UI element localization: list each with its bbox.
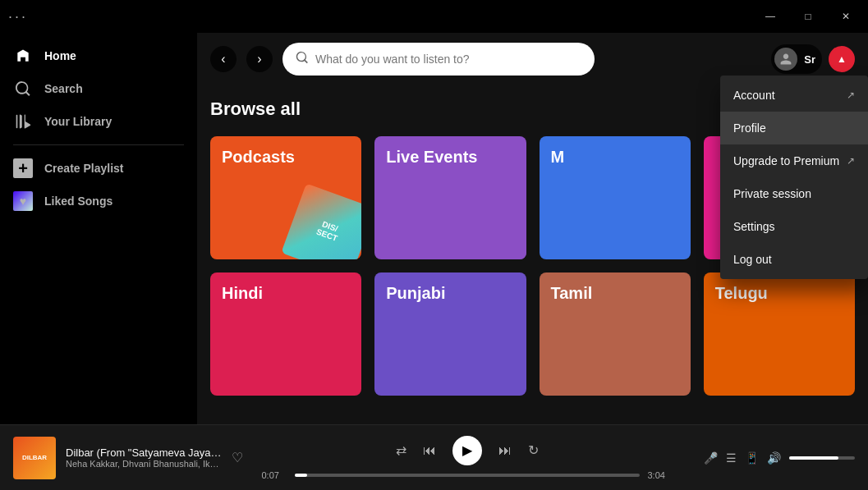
dropdown-item-upgrade[interactable]: Upgrade to Premium ↗	[720, 144, 868, 177]
search-input[interactable]	[315, 53, 581, 66]
liked-songs-icon: ♥	[13, 191, 33, 211]
forward-button[interactable]: ›	[246, 46, 273, 72]
private-session-label: Private session	[733, 187, 811, 200]
dropdown-menu: Account ↗ Profile Upgrade to Premium ↗ P…	[720, 76, 868, 279]
sidebar-item-library[interactable]: Your Library	[0, 105, 197, 138]
top-bar: ‹ › Sr ▲	[197, 33, 868, 85]
category-label-podcasts: Podcasts	[222, 148, 295, 167]
home-icon	[13, 46, 33, 66]
category-label-tamil: Tamil	[551, 284, 593, 303]
extra-controls: 🎤 ☰ 📱 🔊	[691, 451, 855, 465]
next-button[interactable]: ⏭	[498, 443, 512, 458]
category-card-music[interactable]: M	[540, 136, 691, 259]
volume-bar[interactable]	[789, 456, 855, 460]
settings-label: Settings	[733, 220, 775, 233]
chevron-up-button[interactable]: ▲	[829, 46, 855, 72]
category-card-hindi[interactable]: Hindi	[210, 272, 361, 396]
user-button[interactable]: Sr	[771, 44, 822, 74]
dropdown-item-settings[interactable]: Settings	[720, 210, 868, 243]
title-bar: ··· — □ ✕	[0, 0, 868, 33]
play-button[interactable]: ▶	[452, 436, 482, 465]
category-card-podcasts[interactable]: Podcasts DIS/SECT	[210, 136, 361, 259]
back-button[interactable]: ‹	[210, 46, 237, 72]
user-area: Sr ▲ Account ↗ Profile Upgrade to Premiu…	[771, 44, 855, 74]
minimize-button[interactable]: —	[751, 3, 789, 30]
user-name: Sr	[804, 53, 815, 66]
category-label-telugu: Telugu	[715, 284, 768, 303]
sidebar-item-label-create: Create Playlist	[44, 162, 124, 175]
dropdown-item-account[interactable]: Account ↗	[720, 79, 868, 112]
category-label-live: Live Events	[386, 148, 477, 167]
sidebar-item-label-library: Your Library	[44, 115, 112, 128]
total-time: 3:04	[648, 470, 673, 480]
maximize-button[interactable]: □	[789, 3, 827, 30]
dots-menu[interactable]: ···	[8, 0, 28, 33]
logout-label: Log out	[733, 253, 772, 266]
content-area: ‹ › Sr ▲	[197, 33, 868, 424]
sidebar-item-create-playlist[interactable]: + Create Playlist	[0, 152, 197, 185]
player-controls: ⇄ ⏮ ▶ ⏭ ↻ 0:07 3:04	[243, 436, 691, 480]
track-info: Dilbar (From "Satyameva Jayate") Neha Ka…	[66, 446, 222, 469]
upgrade-label: Upgrade to Premium	[733, 154, 839, 167]
category-label-music: M	[551, 148, 565, 167]
progress-row: 0:07 3:04	[262, 470, 673, 480]
sidebar-item-search[interactable]: Search	[0, 72, 197, 105]
repeat-button[interactable]: ↻	[528, 442, 539, 458]
player-bar: DILBAR Dilbar (From "Satyameva Jayate") …	[0, 424, 868, 490]
podcasts-image: DIS/SECT	[282, 183, 362, 259]
track-artist: Neha Kakkar, Dhvani Bhanushali, Ikka, T	[66, 459, 222, 469]
dropdown-item-profile[interactable]: Profile	[720, 112, 868, 144]
dropdown-item-private-session[interactable]: Private session	[720, 177, 868, 210]
now-playing: DILBAR Dilbar (From "Satyameva Jayate") …	[13, 437, 243, 479]
live-events-image	[444, 161, 526, 259]
category-label-punjabi: Punjabi	[386, 284, 445, 303]
category-card-telugu[interactable]: Telugu	[704, 272, 855, 396]
volume-icon-button[interactable]: 🔊	[767, 451, 781, 465]
external-link-icon-upgrade: ↗	[847, 155, 855, 167]
dropdown-item-logout[interactable]: Log out	[720, 243, 868, 276]
progress-fill	[295, 474, 308, 477]
heart-button[interactable]: ♡	[232, 450, 243, 465]
track-name: Dilbar (From "Satyameva Jayate")	[66, 446, 222, 459]
device-button[interactable]: 📱	[745, 451, 759, 465]
category-label-hindi: Hindi	[222, 284, 263, 303]
search-icon	[296, 51, 309, 67]
account-label: Account	[733, 89, 775, 102]
album-art-inner: DILBAR	[13, 437, 56, 479]
sidebar-item-label-search: Search	[44, 82, 83, 95]
search-sidebar-icon	[13, 79, 33, 98]
external-link-icon-account: ↗	[847, 89, 855, 101]
sidebar-item-label-liked: Liked Songs	[44, 195, 113, 208]
sidebar-item-liked-songs[interactable]: ♥ Liked Songs	[0, 185, 197, 218]
sidebar-divider	[13, 144, 184, 145]
sidebar-item-label-home: Home	[44, 49, 76, 62]
queue-button[interactable]: ☰	[726, 451, 737, 465]
sidebar-item-home[interactable]: Home	[0, 39, 197, 72]
current-time: 0:07	[262, 470, 287, 480]
main-layout: Home Search Your Library + Create Playli…	[0, 33, 868, 424]
category-card-tamil[interactable]: Tamil	[540, 272, 691, 396]
create-playlist-icon: +	[13, 158, 33, 178]
user-avatar	[774, 48, 797, 71]
search-bar	[282, 43, 595, 76]
shuffle-button[interactable]: ⇄	[396, 442, 406, 458]
category-card-punjabi[interactable]: Punjabi	[374, 272, 526, 396]
mic-button[interactable]: 🎤	[704, 451, 718, 465]
sidebar: Home Search Your Library + Create Playli…	[0, 33, 197, 424]
control-buttons: ⇄ ⏮ ▶ ⏭ ↻	[396, 436, 539, 465]
profile-label: Profile	[733, 121, 766, 135]
category-card-live-events[interactable]: Live Events	[374, 136, 526, 259]
prev-button[interactable]: ⏮	[423, 443, 436, 458]
progress-bar[interactable]	[295, 474, 640, 477]
album-art: DILBAR	[13, 437, 56, 479]
close-button[interactable]: ✕	[827, 3, 865, 30]
volume-fill	[789, 456, 838, 460]
library-icon	[13, 112, 33, 131]
